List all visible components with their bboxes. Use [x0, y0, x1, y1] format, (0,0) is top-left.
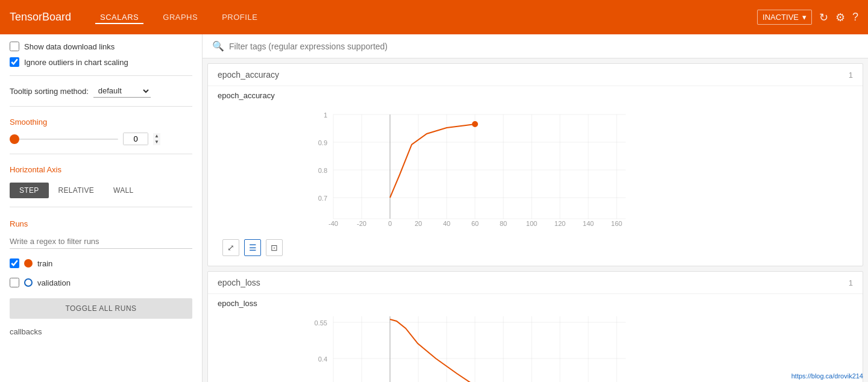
haxis-step-button[interactable]: STEP: [10, 183, 49, 198]
app-logo: TensorBoard: [10, 11, 71, 23]
svg-text:-40: -40: [329, 220, 338, 227]
search-icon: 🔍: [212, 40, 224, 52]
top-navigation: TensorBoard SCALARS GRAPHS PROFILE INACT…: [0, 0, 868, 34]
haxis-buttons: STEP RELATIVE WALL: [10, 183, 192, 198]
chart-epoch-loss-count: 1: [849, 278, 853, 287]
tag-filter-input[interactable]: [229, 42, 858, 51]
help-icon[interactable]: ?: [852, 11, 858, 23]
svg-text:40: 40: [443, 220, 450, 227]
svg-text:60: 60: [471, 220, 479, 227]
svg-text:0.8: 0.8: [318, 167, 327, 174]
chart-epoch-loss-title: epoch_loss: [218, 278, 260, 287]
svg-text:-20: -20: [357, 220, 366, 227]
run-train-label: train: [37, 259, 52, 268]
svg-text:20: 20: [415, 220, 422, 227]
divider-2: [10, 106, 192, 107]
ignore-outliers-checkbox[interactable]: [10, 57, 19, 67]
chart-epoch-loss-svg: 0.55 0.4 0.25: [218, 310, 853, 382]
callbacks-label: callbacks: [10, 327, 192, 336]
run-validation-checkbox[interactable]: [10, 278, 19, 287]
svg-text:0.7: 0.7: [318, 195, 327, 202]
svg-text:140: 140: [583, 220, 594, 227]
chart-epoch-accuracy-header: epoch_accuracy 1: [208, 64, 863, 86]
chart-epoch-accuracy-svg: 1 0.9 0.8 0.7 -40 -20 0 20 40 60 80 100 …: [218, 102, 853, 235]
divider-4: [10, 207, 192, 207]
svg-text:1: 1: [324, 111, 327, 119]
smoothing-down-button[interactable]: ▼: [153, 139, 160, 145]
settings-icon[interactable]: ⚙: [835, 11, 845, 24]
show-download-checkbox[interactable]: [10, 42, 19, 51]
haxis-wall-button[interactable]: WALL: [104, 183, 143, 198]
run-item-validation: validation: [10, 278, 192, 287]
nav-graphs[interactable]: GRAPHS: [158, 10, 203, 24]
smoothing-row: ▲ ▼: [10, 133, 192, 145]
bottom-link: https://blog.ca/drovik214: [791, 372, 863, 380]
chart-epoch-accuracy-subtitle: epoch_accuracy: [218, 91, 853, 100]
divider-1: [10, 75, 192, 76]
dropdown-arrow-icon: ▾: [802, 13, 807, 22]
chart-epoch-loss-subtitle: epoch_loss: [218, 299, 853, 308]
chart-epoch-accuracy-actions: ⤢ ☰ ⊡: [218, 237, 853, 261]
chart-epoch-accuracy-body: epoch_accuracy 1 0.9 0.8 0.7: [208, 86, 863, 266]
svg-text:160: 160: [611, 220, 622, 227]
divider-3: [10, 154, 192, 154]
svg-text:0: 0: [388, 220, 392, 227]
main-content: 🔍 epoch_accuracy 1 epoch_accuracy: [203, 34, 868, 382]
run-train-checkbox[interactable]: [10, 258, 19, 268]
zoom-chart-button[interactable]: ⊡: [266, 239, 283, 256]
show-download-row: Show data download links: [10, 42, 192, 51]
run-validation-label: validation: [37, 278, 71, 287]
haxis-label: Horizontal Axis: [10, 165, 192, 174]
refresh-icon[interactable]: ↻: [819, 11, 828, 24]
chart-epoch-loss-header: epoch_loss 1: [208, 272, 863, 294]
svg-text:100: 100: [526, 220, 537, 227]
chart-epoch-accuracy-count: 1: [849, 70, 853, 80]
chart-epoch-accuracy: epoch_accuracy 1 epoch_accuracy 1: [207, 63, 863, 266]
svg-text:120: 120: [555, 220, 565, 227]
svg-text:0.4: 0.4: [318, 355, 327, 363]
expand-chart-button[interactable]: ⤢: [222, 239, 239, 256]
ignore-outliers-row: Ignore outliers in chart scaling: [10, 57, 192, 67]
haxis-relative-button[interactable]: RELATIVE: [49, 183, 104, 198]
chart-epoch-accuracy-title: epoch_accuracy: [218, 70, 279, 80]
search-bar: 🔍: [203, 34, 868, 58]
run-validation-color-icon: [24, 278, 33, 287]
smoothing-up-button[interactable]: ▲: [153, 133, 160, 139]
app-layout: Show data download links Ignore outliers…: [0, 34, 868, 382]
ignore-outliers-label: Ignore outliers in chart scaling: [24, 58, 128, 67]
svg-text:0.9: 0.9: [318, 139, 327, 146]
chart-epoch-accuracy-svg-container: 1 0.9 0.8 0.7 -40 -20 0 20 40 60 80 100 …: [218, 102, 853, 237]
smoothing-arrows: ▲ ▼: [153, 133, 160, 145]
runs-filter-input[interactable]: [10, 234, 192, 249]
chart-epoch-loss-body: epoch_loss 0.55 0.4 0.25: [208, 294, 863, 382]
smoothing-value-input[interactable]: [124, 133, 148, 145]
topnav-right: INACTIVE ▾ ↻ ⚙ ?: [757, 10, 858, 25]
toggle-all-runs-button[interactable]: TOGGLE ALL RUNS: [10, 298, 192, 319]
show-download-label: Show data download links: [24, 42, 115, 51]
chart-epoch-loss-svg-container: 0.55 0.4 0.25: [218, 310, 853, 382]
svg-text:0.55: 0.55: [315, 319, 327, 327]
smoothing-slider[interactable]: [10, 139, 118, 140]
runs-filter: [10, 234, 192, 249]
status-label: INACTIVE: [763, 13, 799, 22]
runs-label: Runs: [10, 219, 192, 228]
status-dropdown[interactable]: INACTIVE ▾: [757, 10, 812, 25]
smoothing-label: Smoothing: [10, 117, 192, 127]
tooltip-row: Tooltip sorting method: defaultdescendin…: [10, 84, 192, 98]
smoothing-value-box: [123, 133, 148, 145]
pan-chart-button[interactable]: ☰: [244, 239, 261, 256]
svg-text:80: 80: [500, 220, 507, 227]
tooltip-select[interactable]: defaultdescendingascendingnearest: [93, 84, 151, 98]
run-train-color-icon: [24, 259, 33, 268]
run-item-train: train: [10, 258, 192, 268]
tooltip-sorting-label: Tooltip sorting method:: [10, 87, 89, 96]
sidebar: Show data download links Ignore outliers…: [0, 34, 203, 382]
nav-scalars[interactable]: SCALARS: [95, 10, 143, 24]
svg-point-32: [472, 121, 478, 127]
nav-profile[interactable]: PROFILE: [217, 10, 262, 24]
chart-epoch-loss: epoch_loss 1 epoch_loss 0.55 0.4 0.25: [207, 271, 863, 382]
